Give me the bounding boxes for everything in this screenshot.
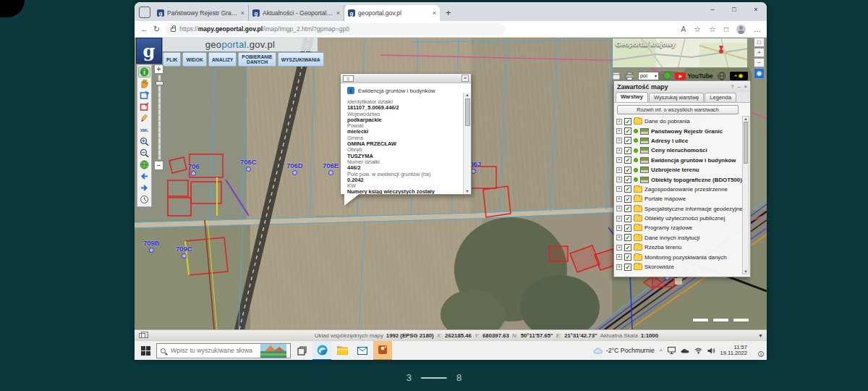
tab-actions-icon[interactable] — [139, 7, 150, 18]
zoom-box-out-icon[interactable] — [138, 101, 150, 112]
tray-expand-icon[interactable]: ^ — [660, 348, 663, 354]
search-input[interactable] — [169, 346, 257, 355]
layer-row[interactable]: +✓Zagospodarowanie przestrzenne — [616, 185, 750, 194]
identify-tool-icon[interactable]: i — [138, 67, 150, 77]
zoom-out-button[interactable]: − — [154, 161, 163, 170]
expand-icon[interactable]: + — [616, 186, 622, 192]
search-highlight-image[interactable] — [260, 344, 286, 358]
layer-checkbox[interactable]: ✓ — [624, 264, 631, 271]
read-aloud-icon[interactable]: A — [681, 25, 686, 33]
panel-scrollbar[interactable]: ▲ ▼ — [742, 116, 749, 274]
layer-row[interactable]: +✓Monitoring pozyskiwania danych — [616, 252, 750, 261]
accessibility-globe-icon[interactable] — [718, 72, 726, 80]
layer-row[interactable]: +✓Uzbrojenie terenu — [616, 165, 750, 175]
window-maximize-button[interactable]: □ — [723, 2, 745, 17]
layer-checkbox[interactable]: ✓ — [624, 196, 631, 203]
tab-geoportal-active[interactable]: g geoportal.gov.pl × — [344, 5, 440, 21]
expand-icon[interactable]: + — [616, 157, 622, 163]
layer-checkbox[interactable]: ✓ — [624, 224, 631, 232]
window-widget-icon[interactable] — [612, 72, 621, 80]
menu-analizy[interactable]: ANALIZY — [208, 52, 237, 67]
action-center-button[interactable]: 1 — [752, 346, 762, 356]
layer-checkbox[interactable]: ✓ — [624, 253, 631, 261]
statusbar-dropdown-icon[interactable]: ▼ — [758, 333, 763, 338]
settings-more-icon[interactable]: … — [754, 25, 761, 33]
layer-row[interactable]: +✓Państwowy Rejestr Granic — [616, 126, 750, 135]
draw-pencil-icon[interactable] — [138, 113, 150, 124]
expand-icon[interactable]: + — [616, 254, 622, 260]
layer-row[interactable]: +✓Programy rządowe — [616, 223, 750, 232]
expand-all-layers-button[interactable]: Rozwiń inf. o wszystkich warstwach — [617, 105, 739, 114]
profile-avatar[interactable] — [736, 25, 746, 34]
layer-row[interactable]: +✓Ceny nieruchomości — [616, 146, 750, 155]
tab-close-icon[interactable]: × — [241, 9, 244, 17]
layer-checkbox[interactable]: ✓ — [624, 244, 631, 251]
panel-minimize-icon[interactable]: – — [737, 83, 740, 90]
layer-checkbox[interactable]: ✓ — [624, 118, 631, 125]
layer-checkbox[interactable]: ✓ — [624, 167, 631, 174]
back-icon[interactable]: ← — [140, 25, 148, 33]
expand-icon[interactable]: + — [616, 245, 622, 251]
new-tab-button[interactable]: + — [446, 7, 451, 18]
layer-checkbox[interactable]: ✓ — [624, 156, 631, 164]
layer-row[interactable]: +✓Specjalistyczne informacje geodezyjne — [616, 204, 750, 214]
layer-row[interactable]: +✓Dane do pobrania — [616, 117, 750, 126]
expand-icon[interactable]: + — [616, 206, 622, 211]
status-green-icon[interactable] — [663, 72, 671, 80]
language-select[interactable]: pol▾ — [638, 72, 659, 80]
expand-icon[interactable]: + — [616, 119, 622, 125]
layer-checkbox[interactable]: ✓ — [624, 127, 631, 135]
layers-shortcut-icon[interactable]: □ — [754, 38, 765, 47]
window-close-button[interactable]: × — [745, 2, 767, 17]
tab-prg[interactable]: g Państwowy Rejestr Granic (PRG) × — [153, 5, 249, 21]
menu-widok[interactable]: WIDOK — [182, 52, 206, 67]
expand-icon[interactable]: + — [616, 128, 622, 134]
layer-row[interactable]: +✓Ewidencja gruntów i budynków — [616, 156, 750, 165]
pan-hand-icon[interactable] — [138, 78, 150, 89]
expand-icon[interactable]: + — [616, 138, 622, 143]
zoom-in-button[interactable]: + — [154, 64, 163, 74]
layer-row[interactable]: +✓Skorowidze — [616, 262, 750, 272]
layer-row[interactable]: +✓Obiekty użyteczności publicznej — [616, 214, 750, 223]
previous-view-arrow-icon[interactable] — [138, 171, 150, 182]
tab-legenda[interactable]: Legenda — [705, 93, 736, 102]
mail-button[interactable] — [353, 341, 372, 361]
expand-icon[interactable]: + — [616, 216, 622, 222]
high-contrast-toggle[interactable]: +◉ — [730, 72, 748, 80]
expand-icon[interactable]: + — [616, 167, 622, 173]
panel-help-icon[interactable]: ? — [731, 83, 733, 90]
menu-wyszukiwania[interactable]: WYSZUKIWANIA — [278, 52, 324, 67]
tab-close-icon[interactable]: × — [433, 9, 436, 17]
collections-icon[interactable]: □ — [724, 25, 728, 33]
edge-browser-button[interactable] — [312, 341, 331, 361]
zoom-slider-handle[interactable] — [156, 81, 163, 85]
expand-icon[interactable]: + — [616, 148, 622, 154]
overview-map[interactable]: Geoportal krajowy — [612, 38, 748, 68]
zoom-in-magnifier-icon[interactable] — [138, 136, 150, 147]
menu-pobieranie-danych[interactable]: POBIERANIE DANYCH — [238, 52, 276, 67]
expand-icon[interactable]: + — [616, 196, 622, 202]
full-extent-globe-icon[interactable] — [138, 159, 150, 170]
expand-icon[interactable]: + — [616, 264, 622, 270]
tray-onedrive-icon[interactable] — [681, 348, 689, 353]
youtube-link[interactable]: ▶YouTube — [675, 72, 712, 80]
tray-pc-icon[interactable] — [668, 347, 676, 354]
zoom-box-in-icon[interactable] — [138, 90, 150, 101]
expand-icon[interactable]: + — [616, 177, 622, 182]
tab-warstwy[interactable]: Warstwy — [616, 92, 648, 102]
layer-row[interactable]: +✓Portale mapowe — [616, 194, 750, 203]
expand-icon[interactable]: + — [616, 225, 622, 231]
layer-row[interactable]: +✓Adresy i ulice — [616, 136, 750, 146]
results-list-icon[interactable]: ≡ — [343, 75, 354, 82]
xml-tool-icon[interactable]: XML — [138, 125, 150, 135]
zoom-slider-track[interactable] — [158, 75, 161, 160]
tab-wyszukaj-warstwe[interactable]: Wyszukaj warstwę — [649, 93, 704, 102]
menu-plik[interactable]: PLIK — [163, 52, 181, 67]
refresh-icon[interactable]: ↻ — [153, 25, 160, 34]
window-minimize-button[interactable]: – — [702, 2, 723, 17]
layer-checkbox[interactable]: ✓ — [624, 215, 631, 222]
file-explorer-button[interactable] — [333, 341, 352, 361]
tab-aktualnosci[interactable]: g Aktualności - Geoportal Krajowy × — [249, 5, 344, 21]
popup-scrollbar[interactable]: ▲ ▼ — [463, 93, 471, 194]
layer-checkbox[interactable]: ✓ — [624, 176, 631, 183]
